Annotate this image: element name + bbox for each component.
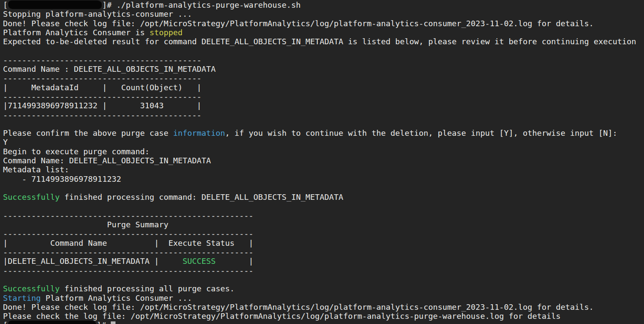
terminal-line: Y xyxy=(3,138,644,147)
terminal-line: ----------------------------------------… xyxy=(3,266,644,275)
terminal-line: Please confirm the above purge case info… xyxy=(3,128,644,138)
terminal-text: Please check the log file: /opt/MicroStr… xyxy=(3,312,561,321)
terminal-line: ----------------------------------------… xyxy=(3,110,644,119)
terminal-line: ----------------------------------------… xyxy=(3,211,644,220)
terminal-line: Starting Platform Analytics Consumer ... xyxy=(3,293,644,303)
terminal-text: | xyxy=(216,257,253,266)
redaction-overlay xyxy=(8,321,96,324)
terminal-text: Please confirm the above purge case xyxy=(3,128,173,138)
terminal-line: Expected to-be-deleted result for comman… xyxy=(3,37,644,46)
terminal-text: Expected to-be-deleted result for comman… xyxy=(3,37,636,46)
terminal-line: Begin to execute purge command: xyxy=(3,147,644,156)
terminal-line: Successfully finished processing command… xyxy=(3,193,644,202)
terminal-line: | Command Name | Execute Status | xyxy=(3,238,644,248)
terminal-text: finished processing command: DELETE_ALL_… xyxy=(60,193,343,202)
terminal-text: |DELETE_ALL_OBJECTS_IN_METADATA | xyxy=(3,257,182,266)
terminal-line: | MetadataId | Count(Object) | xyxy=(3,83,644,92)
terminal-screen[interactable]: []# ./platform-analytics-purge-warehouse… xyxy=(0,0,644,324)
terminal-text: Purge Summary xyxy=(3,220,168,229)
terminal-text: ----------------------------------------… xyxy=(3,229,253,238)
terminal-text: ]# ./platform-analytics-purge-warehouse.… xyxy=(102,0,301,9)
terminal-text: | MetadataId | Count(Object) | xyxy=(3,83,201,92)
terminal-text: ----------------------------------------… xyxy=(3,110,201,119)
terminal-text: Command Name : DELETE_ALL_OBJECTS_IN_MET… xyxy=(3,64,216,73)
terminal-text: Done! Please check log file: /opt/MicroS… xyxy=(3,19,594,28)
terminal-text: , if you wish to continue with the delet… xyxy=(225,128,617,138)
terminal-line xyxy=(3,183,644,193)
terminal-line xyxy=(3,275,644,284)
terminal-cursor xyxy=(111,321,115,324)
terminal-line: Successfully finished processing all pur… xyxy=(3,284,644,293)
terminal-text: Done! Please check log file: /opt/MicroS… xyxy=(3,303,594,312)
terminal-line xyxy=(3,202,644,211)
terminal-line: Metadata list: xyxy=(3,165,644,174)
terminal-text: SUCCESS xyxy=(182,257,216,266)
terminal-line xyxy=(3,119,644,128)
terminal-text: Platform Analytics Consumer ... xyxy=(41,293,192,303)
terminal-text: stopped xyxy=(149,28,182,37)
terminal-line: Purge Summary xyxy=(3,220,644,229)
terminal-line: []# ./platform-analytics-purge-warehouse… xyxy=(3,0,644,9)
terminal-line: Stopping platform-analytics-consumer ... xyxy=(3,9,644,18)
terminal-text: ]# xyxy=(97,321,111,324)
terminal-line: |7114993896978911232 | 31043 | xyxy=(3,101,644,110)
terminal-text: Begin to execute purge command: xyxy=(3,147,149,156)
terminal-text: Successfully xyxy=(3,284,60,293)
terminal-text: | Command Name | Execute Status | xyxy=(3,238,253,248)
terminal-line: Command Name: DELETE_ALL_OBJECTS_IN_META… xyxy=(3,156,644,165)
terminal-text: ----------------------------------------… xyxy=(3,211,253,220)
terminal-line: Command Name : DELETE_ALL_OBJECTS_IN_MET… xyxy=(3,64,644,73)
terminal-text: Metadata list: xyxy=(3,165,69,174)
terminal-text: |7114993896978911232 | 31043 | xyxy=(3,101,201,110)
terminal-line: []# xyxy=(3,321,644,324)
terminal-line: ----------------------------------------… xyxy=(3,229,644,238)
terminal-text: Command Name: DELETE_ALL_OBJECTS_IN_META… xyxy=(3,156,211,165)
terminal-text: information xyxy=(173,128,225,138)
terminal-text: Successfully xyxy=(3,193,60,202)
terminal-line: Done! Please check log file: /opt/MicroS… xyxy=(3,19,644,28)
terminal-line: ----------------------------------------… xyxy=(3,73,644,83)
terminal-line xyxy=(3,46,644,55)
terminal-line: ----------------------------------------… xyxy=(3,92,644,101)
terminal-text: Starting xyxy=(3,293,41,303)
terminal-text: ----------------------------------------… xyxy=(3,73,201,83)
terminal-text: ----------------------------------------… xyxy=(3,55,201,64)
terminal-line: Please check the log file: /opt/MicroStr… xyxy=(3,312,644,321)
terminal-text: Y xyxy=(3,138,8,147)
terminal-text: Platform Analytics Consumer is xyxy=(3,28,149,37)
terminal-text: [ xyxy=(3,321,8,324)
terminal-text: ----------------------------------------… xyxy=(3,92,201,101)
terminal-line: - 7114993896978911232 xyxy=(3,174,644,183)
terminal-text: [ xyxy=(3,0,8,9)
terminal-text: - 7114993896978911232 xyxy=(3,174,121,183)
redaction-overlay xyxy=(8,0,102,9)
terminal-text: ----------------------------------------… xyxy=(3,266,253,275)
terminal-line: Platform Analytics Consumer is stopped xyxy=(3,28,644,37)
terminal-line: |DELETE_ALL_OBJECTS_IN_METADATA | SUCCES… xyxy=(3,257,644,266)
terminal-line: Done! Please check log file: /opt/MicroS… xyxy=(3,303,644,312)
terminal-text: ----------------------------------------… xyxy=(3,248,253,257)
terminal-line: ----------------------------------------… xyxy=(3,55,644,64)
terminal-text: finished processing all purge cases. xyxy=(60,284,234,293)
terminal-line: ----------------------------------------… xyxy=(3,248,644,257)
terminal-text: Stopping platform-analytics-consumer ... xyxy=(3,9,192,18)
